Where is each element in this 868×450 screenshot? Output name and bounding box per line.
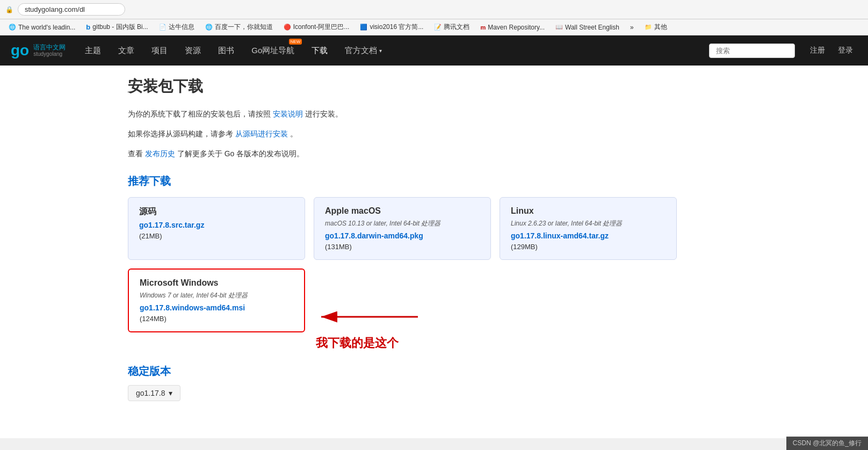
intro3-text: 查看 bbox=[128, 149, 143, 158]
annotation-text: 我下载的是这个 bbox=[316, 335, 399, 351]
main-nav: go 语言中文网 studygolang 主题 文章 项目 资源 图书 Go网址… bbox=[0, 35, 868, 66]
logo-go: go bbox=[11, 43, 29, 58]
windows-download-link[interactable]: go1.17.8.windows-amd64.msi bbox=[140, 303, 293, 312]
nav-go-nav-label: Go网址导航 bbox=[251, 46, 294, 56]
linux-card-title: Linux bbox=[511, 206, 666, 216]
linux-download-link[interactable]: go1.17.8.linux-amd64.tar.gz bbox=[511, 231, 666, 240]
source-install-link[interactable]: 从源码进行安装 bbox=[235, 129, 288, 138]
bookmark-baidu[interactable]: 🌐 百度一下，你就知道 bbox=[201, 21, 277, 33]
source-card-size: (21MB) bbox=[139, 232, 162, 240]
windows-card-size: (124MB) bbox=[140, 315, 167, 323]
bookmark-label: Maven Repository... bbox=[488, 24, 545, 31]
macos-download-link[interactable]: go1.17.8.darwin-amd64.pkg bbox=[325, 231, 480, 240]
logo-domain: studygolang bbox=[33, 51, 66, 57]
bookmark-label: gitbub - 国内版 Bi... bbox=[92, 23, 148, 32]
bookmark-gitbub[interactable]: b gitbub - 国内版 Bi... bbox=[82, 21, 152, 33]
cards-row-1: 源码 go1.17.8.src.tar.gz (21MB) Apple macO… bbox=[128, 197, 740, 260]
nav-item-project[interactable]: 项目 bbox=[143, 35, 176, 66]
bookmark-label: visio2016 官方简... bbox=[370, 23, 423, 32]
page-wrapper: go 语言中文网 studygolang 主题 文章 项目 资源 图书 Go网址… bbox=[0, 35, 868, 438]
intro-text-1: 为你的系统下载了相应的安装包后，请按照 安装说明 进行安装。 bbox=[128, 107, 740, 121]
bookmark-label: 百度一下，你就知道 bbox=[215, 23, 273, 32]
release-history-link[interactable]: 发布历史 bbox=[145, 149, 175, 158]
logo-text: 语言中文网 studygolang bbox=[33, 44, 66, 57]
bookmark-icon-visio: 🟦 bbox=[360, 24, 367, 31]
search-input[interactable] bbox=[709, 43, 795, 58]
source-download-link[interactable]: go1.17.8.src.tar.gz bbox=[139, 221, 294, 229]
intro3-suffix: 了解更多关于 Go 各版本的发布说明。 bbox=[177, 149, 304, 158]
stable-version-select[interactable]: go1.17.8 ▾ bbox=[128, 385, 180, 401]
macos-card-subtitle: macOS 10.13 or later, Intel 64-bit 处理器 bbox=[325, 219, 480, 228]
bookmark-tencent[interactable]: 📝 腾讯文档 bbox=[430, 21, 474, 33]
macos-card-title: Apple macOS bbox=[325, 206, 480, 216]
nav-auth: 注册 登录 bbox=[806, 43, 857, 57]
bookmark-more[interactable]: » bbox=[626, 23, 638, 32]
content-area: 安装包下载 为你的系统下载了相应的安装包后，请按照 安装说明 进行安装。 如果你… bbox=[112, 66, 756, 412]
windows-card-title: Microsoft Windows bbox=[140, 278, 293, 288]
nav-item-docs[interactable]: 官方文档 ▾ bbox=[336, 35, 390, 66]
linux-card-size: (129MB) bbox=[511, 243, 538, 251]
intro2-suffix: 。 bbox=[290, 129, 298, 138]
browser-bar: 🔒 studygolang.com/dl bbox=[0, 0, 868, 19]
intro1-suffix: 进行安装。 bbox=[305, 110, 343, 118]
register-button[interactable]: 注册 bbox=[806, 43, 829, 57]
nav-badge-new: NEW bbox=[289, 39, 302, 45]
bookmark-daniu[interactable]: 📄 达牛信息 bbox=[155, 21, 199, 33]
bookmark-label: 其他 bbox=[654, 23, 667, 32]
bookmark-label: 腾讯文档 bbox=[444, 23, 469, 32]
bookmark-label: Iconfont-阿里巴巴... bbox=[293, 23, 350, 32]
bookmark-icon-baidu: 🌐 bbox=[205, 24, 213, 31]
nav-items: 主题 文章 项目 资源 图书 Go网址导航 NEW 下载 官方文档 ▾ bbox=[76, 35, 709, 66]
linux-card-subtitle: Linux 2.6.23 or later, Intel 64-bit 处理器 bbox=[511, 219, 666, 228]
bookmark-icon-daniu: 📄 bbox=[159, 24, 167, 31]
macos-card-size: (131MB) bbox=[325, 243, 352, 251]
red-arrow bbox=[316, 301, 423, 333]
bookmark-iconfont[interactable]: 🔴 Iconfont-阿里巴巴... bbox=[279, 21, 354, 33]
bookmark-visio[interactable]: 🟦 visio2016 官方简... bbox=[356, 21, 428, 33]
bookmark-icon-wallstreet: 📖 bbox=[555, 24, 563, 31]
nav-docs-label: 官方文档 bbox=[345, 46, 377, 56]
bookmark-icon-tencent: 📝 bbox=[434, 24, 442, 31]
bookmarks-bar: 🌐 The world's leadin... b gitbub - 国内版 B… bbox=[0, 19, 868, 35]
nav-item-gonav[interactable]: Go网址导航 NEW bbox=[243, 35, 303, 66]
search-area bbox=[709, 43, 795, 58]
annotation-block: 我下载的是这个 bbox=[316, 301, 423, 351]
nav-item-download[interactable]: 下载 bbox=[303, 35, 336, 66]
logo-area: go 语言中文网 studygolang bbox=[11, 43, 66, 58]
bookmark-icon-iconfont: 🔴 bbox=[284, 24, 291, 31]
bookmark-label: The world's leadin... bbox=[18, 24, 75, 31]
intro-text-2: 如果你选择从源码构建，请参考 从源码进行安装 。 bbox=[128, 127, 740, 141]
bookmark-world[interactable]: 🌐 The world's leadin... bbox=[4, 23, 79, 32]
chevron-down-icon: ▾ bbox=[379, 48, 382, 54]
windows-card-subtitle: Windows 7 or later, Intel 64-bit 处理器 bbox=[140, 291, 293, 300]
bookmark-icon-world: 🌐 bbox=[9, 24, 16, 31]
nav-item-article[interactable]: 文章 bbox=[110, 35, 143, 66]
nav-item-resource[interactable]: 资源 bbox=[176, 35, 209, 66]
intro2-text: 如果你选择从源码构建，请参考 bbox=[128, 129, 233, 138]
source-card: 源码 go1.17.8.src.tar.gz (21MB) bbox=[128, 197, 305, 260]
login-button[interactable]: 登录 bbox=[834, 43, 857, 57]
stable-title: 稳定版本 bbox=[128, 364, 740, 379]
bookmark-other[interactable]: 📁 其他 bbox=[640, 21, 671, 33]
bookmark-icon-gitbub: b bbox=[86, 23, 90, 31]
nav-item-theme[interactable]: 主题 bbox=[76, 35, 110, 66]
bookmark-icon-maven: m bbox=[480, 24, 486, 31]
macos-card: Apple macOS macOS 10.13 or later, Intel … bbox=[314, 197, 491, 260]
source-card-title: 源码 bbox=[139, 206, 294, 217]
chevron-down-icon: ▾ bbox=[169, 389, 172, 397]
install-instructions-link[interactable]: 安装说明 bbox=[273, 110, 303, 118]
lock-icon: 🔒 bbox=[5, 6, 13, 13]
bookmark-maven[interactable]: m Maven Repository... bbox=[476, 23, 549, 32]
url-bar: studygolang.com/dl bbox=[18, 3, 125, 16]
intro1-text: 为你的系统下载了相应的安装包后，请按照 bbox=[128, 110, 271, 118]
linux-card: Linux Linux 2.6.23 or later, Intel 64-bi… bbox=[500, 197, 677, 260]
bookmark-label: Wall Street English bbox=[565, 24, 619, 31]
nav-item-book[interactable]: 图书 bbox=[209, 35, 243, 66]
page-title: 安装包下载 bbox=[128, 76, 740, 97]
stable-section: 稳定版本 go1.17.8 ▾ bbox=[128, 364, 740, 401]
bookmark-more-label: » bbox=[630, 24, 634, 31]
bottom-bar: CSDN @北冥的鱼_修行 bbox=[786, 437, 868, 438]
stable-version-label: go1.17.8 bbox=[136, 389, 165, 397]
bookmark-wallstreet[interactable]: 📖 Wall Street English bbox=[551, 23, 624, 32]
bookmark-icon-other: 📁 bbox=[645, 24, 652, 31]
